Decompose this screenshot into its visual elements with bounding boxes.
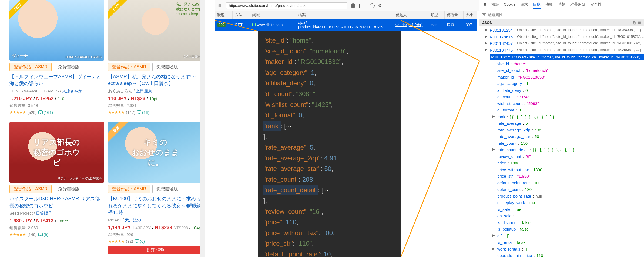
tree-prop[interactable]: default_point_rate: 10 — [485, 180, 642, 187]
cv-link[interactable]: 日笠陽子 — [36, 211, 52, 215]
json-tree[interactable]: ▶RJ01181254: Object { site_id: "home", s… — [479, 26, 644, 257]
tree-node[interactable]: ▶RJ01184776: Object { site_id: "home", s… — [485, 47, 642, 54]
collapse-icon[interactable]: ▼ — [485, 54, 488, 59]
plus-icon[interactable]: + — [364, 3, 367, 8]
tree-prop[interactable]: price_without_tax: 1800 — [485, 167, 642, 173]
tree-prop[interactable]: rate_average_star: 50 — [485, 133, 642, 140]
trial-tag[interactable]: 免費體驗版 — [152, 185, 182, 193]
tree-prop[interactable]: on_sale: 1 — [485, 213, 642, 219]
panel-toggle-icon[interactable]: ⊟ — [483, 2, 487, 9]
column-header[interactable]: 方法 — [233, 11, 250, 19]
tree-prop[interactable]: rate_count: 150 — [485, 140, 642, 147]
pause-icon[interactable]: ‖ — [359, 3, 361, 8]
comment-link[interactable]: (161) — [38, 110, 53, 115]
category-tag[interactable]: 聲音作品・ASMR — [108, 185, 150, 193]
trial-tag[interactable]: 免費體驗版 — [54, 63, 83, 71]
product-thumb[interactable]: NEWヴィーナHONEY∞PARADE GAMES — [9, 0, 104, 61]
clock-icon[interactable] — [370, 3, 375, 8]
tree-node[interactable]: ▶RJ01182457: Object { site_id: "home", s… — [485, 40, 642, 47]
tree-prop[interactable]: age_category: 1 — [485, 80, 642, 87]
tree-prop[interactable]: dlsiteplay_work: true — [485, 199, 642, 206]
json-section-label[interactable]: JSON ⎘ ⊞ — [479, 19, 644, 26]
expand-icon[interactable]: ▶ — [492, 246, 496, 251]
tree-prop[interactable]: dl_count: "2074" — [485, 94, 642, 100]
column-header[interactable]: 狀態 — [215, 11, 233, 19]
tree-prop[interactable]: site_id: "home" — [485, 61, 642, 67]
response-tab[interactable]: 堆疊追蹤 — [570, 2, 585, 9]
tree-prop[interactable]: price_str: "1,980" — [485, 173, 642, 180]
product-card[interactable]: 專賣キミの おおせのままに。聲音作品・ASMR免費體驗版【KU100】キミのおお… — [108, 122, 203, 257]
expand-icon[interactable]: ▶ — [485, 47, 488, 52]
product-title[interactable]: ハイスクールD×D HERO ASMR リアス部長の秘密のゴホウビ — [9, 195, 104, 209]
initiator-cell[interactable]: vendor.js:1 (xhr) — [393, 19, 428, 31]
column-header[interactable]: 發起人 — [393, 11, 428, 19]
tree-prop[interactable]: product_point_rate: null — [485, 193, 642, 200]
product-thumb[interactable]: NEW私、兄さんの 枕になります! ~extra sleep~CV:上田麗奈 — [108, 0, 203, 61]
tree-prop[interactable]: dl_format: 0 — [485, 107, 642, 114]
category-tag[interactable]: 聲音作品・ASMR — [9, 63, 52, 71]
scrollbar-gutter[interactable] — [200, 0, 205, 257]
product-card[interactable]: リアス部長の 秘密のゴホウビリアス・グレモリー CV:日笠陽子聲音作品・ASMR… — [9, 122, 104, 257]
product-title[interactable]: 【ASMR】私、兄さんの枕になります!～extra sleep～【CV.上田麗奈… — [108, 73, 203, 87]
tree-prop[interactable]: rate_average: 5 — [485, 120, 642, 127]
tree-prop[interactable]: is_sale: true — [485, 206, 642, 213]
expand-icon[interactable]: ▶ — [485, 27, 488, 32]
comment-link[interactable]: (16) — [137, 110, 149, 115]
response-tab[interactable]: 回應 — [533, 2, 541, 9]
response-tab[interactable]: 請求 — [521, 2, 528, 9]
tree-prop[interactable]: ▶work_rentals: [] — [485, 246, 642, 253]
tree-prop[interactable]: default_point: 180 — [485, 186, 642, 193]
product-thumb[interactable]: 專賣キミの おおせのままに。 — [108, 122, 203, 183]
network-row[interactable]: 200 GET www.dlsite.com ajax?product_id=R… — [215, 19, 477, 31]
response-tab[interactable]: 時刻 — [558, 2, 565, 9]
response-tab[interactable]: 標頭 — [491, 2, 499, 9]
expand-icon[interactable]: ▶ — [485, 40, 488, 45]
expand-icon[interactable]: ▶ — [485, 34, 488, 39]
tree-prop[interactable]: review_count: "6" — [485, 153, 642, 160]
raw-toggle-icon[interactable]: ⊞ — [638, 21, 641, 25]
tree-prop[interactable]: rate_average_2dp: 4.89 — [485, 127, 642, 134]
comment-link[interactable]: (9) — [38, 232, 48, 237]
category-tag[interactable]: 聲音作品・ASMR — [108, 63, 150, 71]
product-title[interactable]: 【ドルフィンウェーブASMR】ヴィーナと海と愛の語らい — [9, 73, 104, 87]
expand-icon[interactable]: ▶ — [492, 147, 496, 152]
tree-prop[interactable]: is_pointup: false — [485, 226, 642, 233]
copy-icon[interactable]: ⎘ — [633, 21, 635, 25]
product-thumb[interactable]: リアス部長の 秘密のゴホウビリアス・グレモリー CV:日笠陽子 — [9, 122, 104, 183]
tree-prop[interactable]: ▶gift: [] — [485, 233, 642, 239]
expand-icon[interactable]: ▶ — [492, 114, 496, 119]
cv-link[interactable]: 天川はの — [125, 218, 141, 222]
trash-icon[interactable]: 🗑 — [218, 3, 223, 8]
tree-prop[interactable]: site_id_touch: "hometouch" — [485, 67, 642, 74]
column-header[interactable]: 大小 — [464, 11, 477, 19]
response-tab[interactable]: Cookie — [504, 2, 516, 9]
tree-prop[interactable]: price: 1980 — [485, 160, 642, 167]
tree-node-selected[interactable]: ▼RJ01188791: Object { site_id: "home", s… — [485, 53, 642, 61]
product-card[interactable]: NEWヴィーナHONEY∞PARADE GAMES聲音作品・ASMR免費體驗版【… — [9, 0, 104, 118]
category-tag[interactable]: 聲音作品・ASMR — [9, 185, 52, 193]
tree-prop[interactable]: is_discount: false — [485, 219, 642, 226]
column-header[interactable]: 傳輸量 — [445, 11, 464, 19]
tree-prop[interactable]: wishlist_count: "5093" — [485, 100, 642, 107]
tree-node[interactable]: ▶RJ01178615: Object { site_id: "home", s… — [485, 34, 642, 40]
expand-icon[interactable]: ▶ — [492, 233, 496, 238]
tree-prop[interactable]: is_rental: false — [485, 239, 642, 246]
tree-node[interactable]: ▶RJ01181254: Object { site_id: "home", s… — [485, 27, 642, 34]
column-header[interactable]: 網域 — [250, 11, 296, 19]
stop-icon[interactable] — [351, 3, 355, 8]
gear-icon[interactable]: ⚙ — [378, 3, 381, 8]
tree-prop[interactable]: ▶rate_count_detail: [ {...}, {...}, {...… — [485, 147, 642, 153]
filter-bar[interactable]: 過濾屬性 — [479, 11, 644, 19]
column-header[interactable]: 類型 — [428, 11, 445, 19]
trial-tag[interactable]: 免費體驗版 — [54, 185, 83, 193]
comment-link[interactable]: (6) — [135, 239, 145, 244]
tree-prop[interactable]: affiliate_deny: 0 — [485, 87, 642, 94]
response-tab[interactable]: 安全性 — [590, 2, 602, 9]
column-header[interactable]: 檔案 — [296, 11, 393, 19]
trial-tag[interactable]: 免費體驗版 — [152, 63, 182, 71]
tree-prop[interactable]: ▶rank: { {...}, {...}, {...}, {...}, {..… — [485, 114, 642, 120]
response-tab[interactable]: 快取 — [545, 2, 553, 9]
tree-prop[interactable]: maker_id: "RG01018650" — [485, 74, 642, 81]
product-title[interactable]: 【KU100】キミのおおせのままに～求められるがままに尽くしてくれる彼女～/睡眠… — [108, 195, 203, 216]
cv-link[interactable]: 上田麗奈 — [136, 89, 152, 93]
